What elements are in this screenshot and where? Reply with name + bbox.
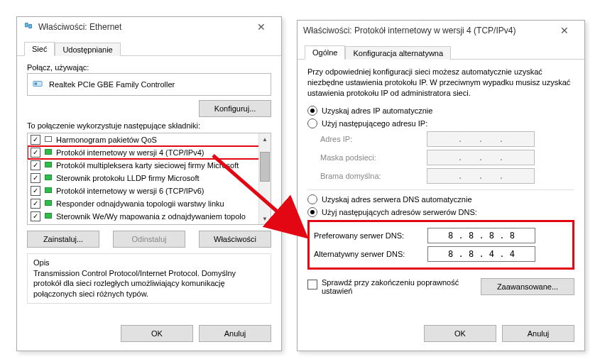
ethernet-properties-dialog: Właściwości: Ethernet ✕ Sieć Udostępnian… [16, 16, 282, 351]
advanced-button[interactable]: Zaawansowane... [481, 278, 574, 295]
list-item[interactable]: ✓ Protokół internetowy w wersji 6 (TCP/I… [28, 184, 259, 197]
validate-label: Sprawdź przy zakończeniu poprawność usta… [322, 278, 476, 295]
intro-text: Przy odpowiedniej konfiguracji sieci moż… [307, 67, 574, 99]
components-label: To połączenie wykorzystuje następujące s… [27, 121, 271, 130]
dns-pref-input[interactable]: 8 . 8 . 8 . 8 [427, 228, 535, 243]
connect-using-label: Połącz, używając: [27, 63, 271, 72]
checkbox-icon[interactable]: ✓ [31, 199, 40, 209]
ip-input: . . . [427, 131, 535, 147]
component-label: Protokół internetowy w wersji 4 (TCP/IPv… [56, 148, 204, 157]
radio-ip-manual-label: Użyj następującego adresu IP: [322, 119, 427, 128]
component-label: Protokół multipleksera karty sieciowej f… [56, 161, 239, 170]
radio-ip-auto-label: Uzyskaj adres IP automatycznie [322, 106, 432, 115]
cancel-button[interactable]: Anuluj [502, 325, 574, 342]
list-item-tcpip4[interactable]: ✓ Protokół internetowy w wersji 4 (TCP/I… [28, 146, 259, 159]
list-item[interactable]: ✓ Responder odnajdywania topologii warst… [28, 197, 259, 210]
component-icon [43, 160, 53, 170]
content-area: Połącz, używając: Realtek PCIe GBE Famil… [17, 56, 281, 319]
dialog-footer: OK Anuluj [17, 319, 281, 351]
checkbox-icon[interactable]: ✓ [31, 148, 40, 158]
tabstrip: Ogólne Konfiguracja alternatywna [298, 40, 584, 60]
description-group: Opis Transmission Control Protocol/Inter… [27, 253, 271, 304]
components-list: ✓ Harmonogram pakietów QoS ✓ Protokół in… [27, 133, 271, 225]
radio-ip-manual[interactable] [307, 118, 317, 128]
dialog-title: Właściwości: Protokół internetowy w wers… [303, 26, 550, 35]
list-item[interactable]: ✓ Harmonogram pakietów QoS [28, 133, 259, 146]
titlebar: Właściwości: Protokół internetowy w wers… [298, 21, 584, 40]
tab-network[interactable]: Sieć [24, 42, 55, 56]
cancel-button[interactable]: Anuluj [199, 325, 271, 342]
dns-highlight-box: Preferowany serwer DNS: 8 . 8 . 8 . 8 Al… [307, 220, 574, 270]
titlebar: Właściwości: Ethernet ✕ [17, 17, 281, 37]
list-item[interactable]: ✓ Sterownik We/Wy mapowania z odnajdywan… [28, 210, 259, 223]
checkbox-icon[interactable]: ✓ [31, 135, 40, 145]
radio-dns-manual-label: Użyj następujących adresów serwerów DNS: [322, 208, 477, 216]
ipv4-properties-dialog: Właściwości: Protokół internetowy w wers… [297, 20, 585, 351]
close-icon[interactable]: ✕ [247, 21, 276, 33]
checkbox-icon[interactable]: ✓ [31, 211, 40, 221]
radio-dns-auto[interactable] [307, 194, 317, 204]
tabstrip: Sieć Udostępnianie [17, 37, 281, 56]
gateway-label: Brama domyślna: [320, 172, 427, 180]
scroll-thumb[interactable] [260, 152, 270, 182]
description-text: Transmission Control Protocol/Internet P… [33, 268, 265, 299]
component-icon [43, 186, 53, 196]
component-icon [43, 211, 53, 221]
component-icon [43, 173, 53, 183]
mask-label: Maska podsieci: [320, 153, 427, 162]
dialog-footer: OK Anuluj [298, 319, 584, 351]
adapter-name: Realtek PCIe GBE Family Controller [49, 80, 175, 89]
dns-alt-input[interactable]: 8 . 8 . 4 . 4 [427, 246, 535, 262]
list-item[interactable]: ✓ Sterownik protokołu LLDP firmy Microso… [28, 172, 259, 184]
tab-alternate[interactable]: Konfiguracja alternatywna [345, 46, 451, 60]
validate-checkbox[interactable] [307, 280, 317, 289]
adapter-box[interactable]: Realtek PCIe GBE Family Controller [27, 73, 271, 96]
component-label: Sterownik We/Wy mapowania z odnajdywanie… [56, 212, 246, 221]
properties-button[interactable]: Właściwości [199, 231, 271, 248]
network-settings-icon [23, 21, 34, 33]
list-item[interactable]: ✓ Protokół multipleksera karty sieciowej… [28, 159, 259, 172]
scrollbar[interactable]: ▲ ▼ [258, 133, 271, 224]
checkbox-icon[interactable]: ✓ [31, 186, 40, 196]
radio-dns-manual[interactable] [307, 207, 317, 217]
scroll-up-icon[interactable]: ▲ [259, 133, 271, 145]
nic-icon [32, 79, 43, 90]
tab-general[interactable]: Ogólne [305, 45, 345, 60]
uninstall-button: Odinstaluj [113, 231, 185, 248]
description-title: Opis [33, 258, 265, 267]
component-label: Sterownik protokołu LLDP firmy Microsoft [56, 174, 200, 182]
gateway-input: . . . [427, 168, 535, 184]
ip-label: Adres IP: [320, 135, 427, 143]
mask-input: . . . [427, 150, 535, 165]
component-label: Harmonogram pakietów QoS [56, 136, 157, 144]
ok-button[interactable]: OK [121, 325, 193, 342]
component-icon [43, 148, 53, 158]
radio-ip-auto[interactable] [307, 106, 317, 116]
component-label: Protokół internetowy w wersji 6 (TCP/IPv… [56, 187, 204, 195]
ok-button[interactable]: OK [424, 325, 496, 342]
svg-rect-0 [26, 23, 28, 26]
dialog-title: Właściwości: Ethernet [38, 22, 247, 32]
dns-pref-label: Preferowany serwer DNS: [314, 231, 427, 240]
svg-rect-1 [29, 24, 32, 28]
svg-rect-4 [35, 82, 38, 85]
component-icon [43, 135, 53, 145]
content-area: Przy odpowiedniej konfiguracji sieci moż… [298, 60, 584, 319]
scroll-down-icon[interactable]: ▼ [259, 213, 271, 224]
configure-button[interactable]: Konfiguruj... [199, 100, 271, 117]
checkbox-icon[interactable]: ✓ [31, 160, 40, 170]
close-icon[interactable]: ✕ [550, 25, 579, 36]
install-button[interactable]: Zainstaluj... [27, 231, 99, 248]
component-icon [43, 199, 53, 209]
component-label: Responder odnajdywania topologii warstwy… [56, 199, 224, 208]
dns-alt-label: Alternatywny serwer DNS: [314, 250, 427, 258]
radio-dns-auto-label: Uzyskaj adres serwera DNS automatycznie [322, 195, 472, 204]
checkbox-icon[interactable]: ✓ [31, 173, 40, 183]
tab-sharing[interactable]: Udostępnianie [55, 43, 120, 56]
